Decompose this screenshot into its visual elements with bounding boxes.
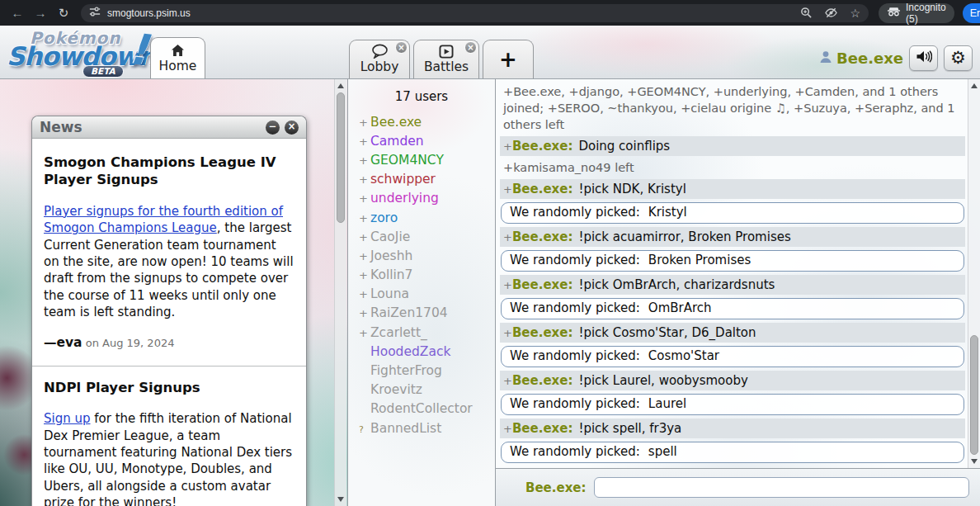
url-text: smogtours.psim.us	[107, 7, 789, 19]
news-date: on Aug 19, 2024	[82, 337, 175, 349]
userlist-user[interactable]: RodentCollector	[348, 400, 495, 419]
home-panel: News − × Smogon Champions League IV Play…	[0, 79, 347, 506]
home-icon	[171, 43, 185, 58]
userlist-user[interactable]: HoodedZack	[348, 342, 495, 361]
logo-beta-badge: BETA	[82, 65, 124, 78]
chat-message: +Bee.exe:!pick spell, fr3ya	[500, 419, 965, 438]
username-button[interactable]: Bee.exe	[819, 50, 903, 67]
tab-battles[interactable]: × Battles	[413, 40, 479, 78]
chat-scrollbar[interactable]	[968, 79, 980, 468]
chat-username[interactable]: Bee.exe:	[512, 373, 573, 388]
chat-username[interactable]: Bee.exe:	[512, 325, 573, 340]
incognito-label: Incognito (5)	[906, 2, 946, 25]
userlist-user[interactable]: +schwipper	[348, 170, 495, 189]
infobox-row: We randomly picked:Laurel	[500, 392, 965, 417]
infobox-row: We randomly picked:Cosmo'Star	[500, 344, 965, 369]
password-eye-off-icon[interactable]	[824, 7, 838, 19]
tab-home[interactable]: Home	[150, 37, 205, 78]
chat-input[interactable]	[594, 477, 970, 498]
incognito-badge[interactable]: Incognito (5)	[879, 3, 954, 23]
news-body: Smogon Champions League IV Player Signup…	[32, 139, 306, 506]
scroll-down-icon[interactable]	[968, 456, 980, 467]
browser-toolbar: ← → ↻ smogtours.psim.us ☆ Incognito (5) …	[0, 0, 980, 26]
userlist-panel: 17 users +Bee.exe +Camden +GEOM4NCY +sch…	[347, 79, 496, 506]
chat-username[interactable]: Bee.exe:	[512, 229, 573, 244]
news-heading: NDPl Player Signups	[44, 379, 294, 396]
chat-username[interactable]: Bee.exe:	[512, 277, 573, 292]
userlist-user[interactable]: +GEOM4NCY	[348, 150, 495, 169]
userlist-user[interactable]: ?BannedList	[348, 419, 495, 437]
news-title: News	[40, 119, 261, 135]
chat-username[interactable]: Bee.exe:	[512, 139, 573, 154]
tab-lobby[interactable]: × Lobby	[349, 40, 410, 78]
infobox-row: We randomly picked:OmBrArch	[500, 296, 965, 321]
close-icon[interactable]: ×	[285, 121, 299, 135]
username-text: Bee.exe	[836, 50, 903, 67]
infobox-row: We randomly picked:Kristyl	[500, 201, 965, 225]
back-button[interactable]: ←	[7, 2, 28, 24]
userlist-user[interactable]: +Bee.exe	[348, 112, 495, 131]
showdown-header: Pokémon Showdown ! BETA Home × Lobby × B…	[0, 26, 980, 79]
news-link[interactable]: Sign up	[44, 411, 91, 426]
news-window: News − × Smogon Champions League IV Play…	[31, 116, 307, 506]
chat-message: +Bee.exe:!pick Cosmo'Star, D6_Dalton	[500, 323, 965, 343]
userlist-user[interactable]: +Camden	[348, 131, 495, 150]
scroll-up-icon[interactable]	[335, 80, 346, 92]
zoom-icon[interactable]	[800, 7, 813, 19]
chat-message: +Bee.exe:!pick NDK, Kristyl	[500, 179, 965, 199]
news-heading: Smogon Champions League IV Player Signup…	[44, 154, 294, 189]
home-scrollbar-thumb[interactable]	[337, 92, 345, 223]
userlist-count[interactable]: 17 users	[348, 79, 495, 112]
showdown-logo: Pokémon Showdown ! BETA	[7, 26, 155, 78]
home-scrollbar[interactable]	[334, 79, 346, 506]
userlist-user[interactable]: +Joeshh	[348, 246, 495, 265]
error-button[interactable]: Error ⋮	[963, 3, 980, 23]
gear-icon: ⚙	[950, 50, 966, 67]
incognito-icon	[887, 7, 901, 19]
join-leave-message: +Bee.exe, +django, +GEOM4NCY, +underlyin…	[500, 82, 965, 135]
close-tab-icon[interactable]: ×	[464, 41, 477, 54]
reload-button[interactable]: ↻	[53, 2, 74, 24]
userlist-user[interactable]: +CaoJie	[348, 227, 495, 246]
battles-icon	[439, 44, 454, 59]
userlist-user[interactable]: +underlying	[348, 189, 495, 208]
chat-bubble-icon	[371, 44, 389, 59]
news-titlebar: News − ×	[32, 116, 306, 139]
chat-username[interactable]: Bee.exe:	[512, 182, 573, 196]
infobox-row: We randomly picked:spell	[500, 440, 965, 465]
userlist-user[interactable]: +zoro	[348, 208, 495, 227]
chat-log: +Bee.exe, +django, +GEOM4NCY, +underlyin…	[496, 79, 968, 468]
chat-username[interactable]: Bee.exe:	[512, 421, 573, 436]
minimize-icon[interactable]: −	[266, 121, 280, 135]
infobox-row: We randomly picked:Broken Promises	[500, 248, 965, 273]
chat-panel: +Bee.exe, +django, +GEOM4NCY, +underlyin…	[496, 79, 980, 506]
speaker-icon	[916, 50, 932, 67]
userlist-user[interactable]: +Zcarlett_	[348, 323, 495, 342]
scroll-down-icon[interactable]	[335, 494, 346, 505]
userlist-user[interactable]: Kroevitz	[348, 381, 495, 400]
site-settings-icon[interactable]	[89, 6, 101, 21]
scroll-up-icon[interactable]	[968, 80, 980, 92]
close-tab-icon[interactable]: ×	[395, 41, 408, 54]
new-tab-button[interactable]: +	[483, 40, 534, 78]
chat-message: +Bee.exe:Doing coinflips	[500, 136, 965, 156]
chat-input-label: Bee.exe:	[525, 480, 587, 495]
news-divider	[32, 366, 306, 366]
chat-message: +Bee.exe:!pick acuamirror, Broken Promis…	[500, 227, 965, 247]
userlist-user[interactable]: +RaiZen1704	[348, 304, 495, 323]
userlist-user[interactable]: +Kollin7	[348, 266, 495, 285]
news-author: —eva	[44, 335, 82, 350]
forward-button[interactable]: →	[30, 2, 51, 24]
settings-button[interactable]: ⚙	[944, 45, 973, 71]
header-right: Bee.exe ⚙	[819, 45, 973, 71]
sound-button[interactable]	[909, 45, 938, 71]
chat-message: +Bee.exe:!pick OmBrArch, charizardsnuts	[500, 275, 965, 295]
bookmark-star-icon[interactable]: ☆	[850, 7, 860, 19]
address-bar[interactable]: smogtours.psim.us ☆	[81, 4, 869, 22]
chat-input-bar: Bee.exe:	[496, 468, 980, 506]
userlist-user[interactable]: FighterFrog	[348, 361, 495, 380]
join-leave-message: +kamisama_no49 left	[500, 158, 965, 177]
chat-message: +Bee.exe:!pick Laurel, woobysmooby	[500, 371, 965, 390]
userlist-user[interactable]: +Louna	[348, 285, 495, 304]
chat-scrollbar-thumb[interactable]	[970, 335, 978, 455]
